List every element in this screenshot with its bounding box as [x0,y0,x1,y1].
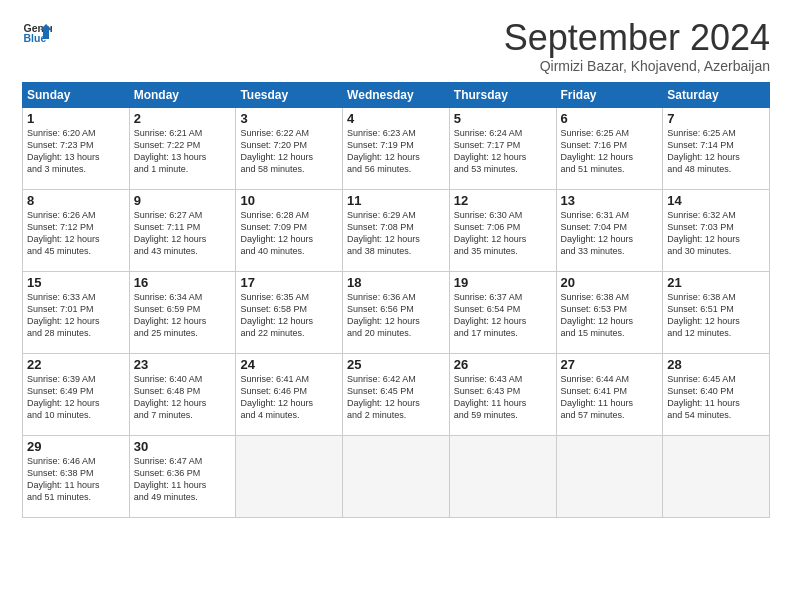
day-cell: 2Sunrise: 6:21 AMSunset: 7:22 PMDaylight… [129,107,236,189]
svg-text:Blue: Blue [24,32,47,44]
header: General Blue September 2024 Qirmizi Baza… [22,18,770,74]
day-number: 25 [347,357,445,372]
day-number: 8 [27,193,125,208]
day-cell: 12Sunrise: 6:30 AMSunset: 7:06 PMDayligh… [449,189,556,271]
header-cell-sunday: Sunday [23,82,130,107]
week-row-2: 15Sunrise: 6:33 AMSunset: 7:01 PMDayligh… [23,271,770,353]
day-number: 30 [134,439,232,454]
day-number: 23 [134,357,232,372]
cell-text: Sunrise: 6:44 AMSunset: 6:41 PMDaylight:… [561,373,659,422]
cell-text: Sunrise: 6:26 AMSunset: 7:12 PMDaylight:… [27,209,125,258]
day-cell: 25Sunrise: 6:42 AMSunset: 6:45 PMDayligh… [343,353,450,435]
day-cell: 18Sunrise: 6:36 AMSunset: 6:56 PMDayligh… [343,271,450,353]
cell-text: Sunrise: 6:34 AMSunset: 6:59 PMDaylight:… [134,291,232,340]
day-number: 26 [454,357,552,372]
day-cell [343,435,450,517]
cell-text: Sunrise: 6:27 AMSunset: 7:11 PMDaylight:… [134,209,232,258]
day-cell: 21Sunrise: 6:38 AMSunset: 6:51 PMDayligh… [663,271,770,353]
cell-text: Sunrise: 6:43 AMSunset: 6:43 PMDaylight:… [454,373,552,422]
cell-text: Sunrise: 6:30 AMSunset: 7:06 PMDaylight:… [454,209,552,258]
day-cell [556,435,663,517]
day-cell [663,435,770,517]
header-cell-saturday: Saturday [663,82,770,107]
day-number: 13 [561,193,659,208]
day-cell: 23Sunrise: 6:40 AMSunset: 6:48 PMDayligh… [129,353,236,435]
cell-text: Sunrise: 6:25 AMSunset: 7:14 PMDaylight:… [667,127,765,176]
day-cell: 22Sunrise: 6:39 AMSunset: 6:49 PMDayligh… [23,353,130,435]
cell-text: Sunrise: 6:35 AMSunset: 6:58 PMDaylight:… [240,291,338,340]
month-title: September 2024 [504,18,770,58]
cell-text: Sunrise: 6:45 AMSunset: 6:40 PMDaylight:… [667,373,765,422]
day-number: 27 [561,357,659,372]
day-number: 17 [240,275,338,290]
day-number: 3 [240,111,338,126]
day-cell [236,435,343,517]
cell-text: Sunrise: 6:24 AMSunset: 7:17 PMDaylight:… [454,127,552,176]
cell-text: Sunrise: 6:22 AMSunset: 7:20 PMDaylight:… [240,127,338,176]
day-cell: 1Sunrise: 6:20 AMSunset: 7:23 PMDaylight… [23,107,130,189]
day-cell: 19Sunrise: 6:37 AMSunset: 6:54 PMDayligh… [449,271,556,353]
day-number: 28 [667,357,765,372]
cell-text: Sunrise: 6:46 AMSunset: 6:38 PMDaylight:… [27,455,125,504]
cell-text: Sunrise: 6:38 AMSunset: 6:53 PMDaylight:… [561,291,659,340]
cell-text: Sunrise: 6:40 AMSunset: 6:48 PMDaylight:… [134,373,232,422]
day-cell: 30Sunrise: 6:47 AMSunset: 6:36 PMDayligh… [129,435,236,517]
cell-text: Sunrise: 6:41 AMSunset: 6:46 PMDaylight:… [240,373,338,422]
day-cell: 10Sunrise: 6:28 AMSunset: 7:09 PMDayligh… [236,189,343,271]
day-cell: 8Sunrise: 6:26 AMSunset: 7:12 PMDaylight… [23,189,130,271]
day-number: 21 [667,275,765,290]
day-cell: 20Sunrise: 6:38 AMSunset: 6:53 PMDayligh… [556,271,663,353]
day-number: 4 [347,111,445,126]
week-row-3: 22Sunrise: 6:39 AMSunset: 6:49 PMDayligh… [23,353,770,435]
day-cell: 14Sunrise: 6:32 AMSunset: 7:03 PMDayligh… [663,189,770,271]
header-cell-friday: Friday [556,82,663,107]
cell-text: Sunrise: 6:31 AMSunset: 7:04 PMDaylight:… [561,209,659,258]
week-row-1: 8Sunrise: 6:26 AMSunset: 7:12 PMDaylight… [23,189,770,271]
day-cell: 4Sunrise: 6:23 AMSunset: 7:19 PMDaylight… [343,107,450,189]
day-cell: 24Sunrise: 6:41 AMSunset: 6:46 PMDayligh… [236,353,343,435]
day-number: 18 [347,275,445,290]
day-cell: 3Sunrise: 6:22 AMSunset: 7:20 PMDaylight… [236,107,343,189]
day-number: 22 [27,357,125,372]
day-cell: 29Sunrise: 6:46 AMSunset: 6:38 PMDayligh… [23,435,130,517]
day-number: 5 [454,111,552,126]
logo-icon: General Blue [22,18,52,48]
cell-text: Sunrise: 6:28 AMSunset: 7:09 PMDaylight:… [240,209,338,258]
location: Qirmizi Bazar, Khojavend, Azerbaijan [504,58,770,74]
day-cell: 6Sunrise: 6:25 AMSunset: 7:16 PMDaylight… [556,107,663,189]
day-number: 6 [561,111,659,126]
day-cell: 15Sunrise: 6:33 AMSunset: 7:01 PMDayligh… [23,271,130,353]
day-cell: 28Sunrise: 6:45 AMSunset: 6:40 PMDayligh… [663,353,770,435]
header-cell-tuesday: Tuesday [236,82,343,107]
day-number: 2 [134,111,232,126]
week-row-0: 1Sunrise: 6:20 AMSunset: 7:23 PMDaylight… [23,107,770,189]
week-row-4: 29Sunrise: 6:46 AMSunset: 6:38 PMDayligh… [23,435,770,517]
day-number: 1 [27,111,125,126]
day-number: 24 [240,357,338,372]
header-cell-wednesday: Wednesday [343,82,450,107]
day-cell: 27Sunrise: 6:44 AMSunset: 6:41 PMDayligh… [556,353,663,435]
day-cell: 26Sunrise: 6:43 AMSunset: 6:43 PMDayligh… [449,353,556,435]
title-area: September 2024 Qirmizi Bazar, Khojavend,… [504,18,770,74]
day-cell: 7Sunrise: 6:25 AMSunset: 7:14 PMDaylight… [663,107,770,189]
day-number: 7 [667,111,765,126]
day-cell: 5Sunrise: 6:24 AMSunset: 7:17 PMDaylight… [449,107,556,189]
cell-text: Sunrise: 6:20 AMSunset: 7:23 PMDaylight:… [27,127,125,176]
page: General Blue September 2024 Qirmizi Baza… [0,0,792,612]
cell-text: Sunrise: 6:29 AMSunset: 7:08 PMDaylight:… [347,209,445,258]
day-number: 9 [134,193,232,208]
day-number: 15 [27,275,125,290]
header-cell-monday: Monday [129,82,236,107]
cell-text: Sunrise: 6:23 AMSunset: 7:19 PMDaylight:… [347,127,445,176]
day-number: 14 [667,193,765,208]
cell-text: Sunrise: 6:37 AMSunset: 6:54 PMDaylight:… [454,291,552,340]
day-cell [449,435,556,517]
cell-text: Sunrise: 6:42 AMSunset: 6:45 PMDaylight:… [347,373,445,422]
cell-text: Sunrise: 6:39 AMSunset: 6:49 PMDaylight:… [27,373,125,422]
logo: General Blue [22,18,52,48]
cell-text: Sunrise: 6:32 AMSunset: 7:03 PMDaylight:… [667,209,765,258]
cell-text: Sunrise: 6:33 AMSunset: 7:01 PMDaylight:… [27,291,125,340]
day-cell: 17Sunrise: 6:35 AMSunset: 6:58 PMDayligh… [236,271,343,353]
day-cell: 9Sunrise: 6:27 AMSunset: 7:11 PMDaylight… [129,189,236,271]
day-cell: 11Sunrise: 6:29 AMSunset: 7:08 PMDayligh… [343,189,450,271]
